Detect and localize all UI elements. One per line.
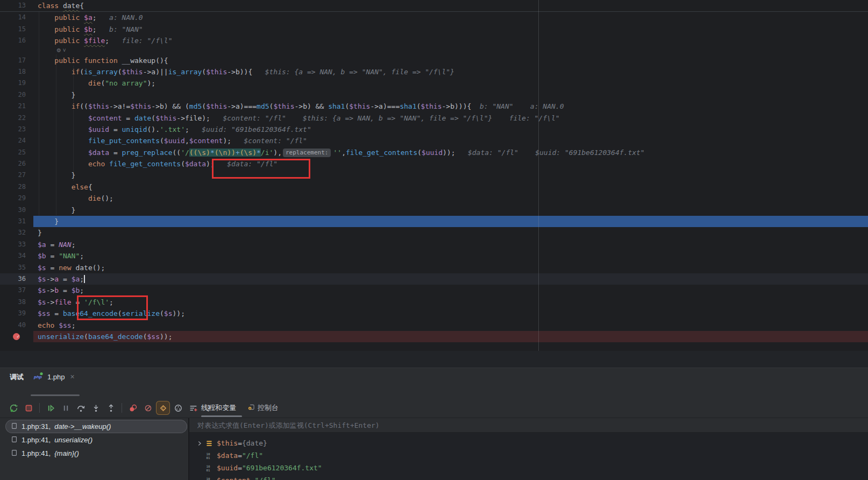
active-tab-underline [31,394,80,396]
frame-function: unserialize() [54,436,93,444]
svg-text:10: 10 [207,453,210,456]
variable-row[interactable]: 1001$data = "/fl" [189,449,868,462]
line-number: 13 [0,0,26,11]
object-variable-icon [205,440,214,447]
code-line-36[interactable]: 36$s->a = $a; [0,273,868,285]
toolbar-separator [39,403,40,413]
right-margin-guide [538,0,539,351]
primitive-variable-icon: 1001 [205,477,214,480]
code-line-18[interactable]: 18 if(is_array($this->a)||is_array($this… [0,66,868,77]
watch-expression-bar [189,418,868,433]
frame-location: 1.php:31, [22,422,51,430]
line-number: 29 [0,193,26,204]
code-line-32[interactable]: 32} [0,227,868,238]
code-line-41[interactable]: ✓unserialize(base64_decode($ss)); [0,331,868,342]
line-number: 35 [0,262,26,273]
code-line-30[interactable]: 30 } [0,204,868,216]
line-number: 17 [0,55,26,66]
mute-breakpoints-button[interactable] [141,401,155,415]
line-number: 37 [0,285,26,296]
code-line-26[interactable]: 26 echo file_get_contents($data); $data:… [0,158,868,170]
variable-name: $this [217,439,238,447]
new-watch-button[interactable] [186,401,200,415]
console-icon [248,404,255,412]
svg-text:C: C [162,406,164,410]
code-line-17[interactable]: 17 public function __wakeup(){ [0,55,868,66]
watch-expression-input[interactable] [196,421,843,430]
code-line-29[interactable]: 29 die(); [0,193,868,204]
code-line-22[interactable]: 22 $content = date($this->file); $conten… [0,112,868,124]
tab-threads-variables[interactable]: 线程和变量 [201,403,236,413]
debug-toolbar: C [6,398,215,418]
code-line-20[interactable]: 20 } [0,89,868,101]
expand-chevron-icon[interactable] [196,440,205,447]
frame-row[interactable]: 1.php:41, unserialize() [5,433,187,447]
svg-text:10: 10 [207,477,210,480]
file-icon [11,436,18,444]
toolbar-separator [122,403,122,413]
file-icon [11,422,18,431]
evaluate-expression-button[interactable] [171,401,185,415]
code-line-23[interactable]: 23 $uuid = uniqid().'.txt'; $uuid: "691b… [0,124,868,135]
file-icon [11,449,18,458]
code-line-34[interactable]: 34$b = "NAN"; [0,250,868,262]
generate-inlay-icon[interactable]: ⚙ ˅ [56,47,66,55]
step-out-button[interactable] [104,401,118,415]
primitive-variable-icon: 1001 [205,452,214,460]
breakpoint-verified-check: ✓ [17,331,19,342]
code-line-31[interactable]: 31 } [0,216,868,227]
primitive-variable-icon: 1001 [205,464,214,472]
line-number: 31 [0,216,26,227]
frame-function: date->__wakeup() [54,422,111,430]
debug-session-tab[interactable]: php 1.php × [33,370,75,383]
code-line-14[interactable]: 14 public $a; a: NAN.0 [0,12,868,23]
tab-console[interactable]: 控制台 [248,403,279,413]
frame-row[interactable]: 1.php:31, date->__wakeup() [5,420,187,433]
frame-location: 1.php:41, [22,449,51,457]
code-lines: 13class date{14 public $a; a: NAN.015 pu… [0,0,868,342]
pause-button[interactable] [59,401,73,415]
view-breakpoints-button[interactable] [126,401,140,415]
line-number: 27 [0,170,26,181]
variable-value: "691be6120364f.txt" [242,464,322,472]
close-icon[interactable]: × [70,372,75,381]
code-line-16[interactable]: 16 public $file; file: "/f\l" [0,35,868,46]
variable-row[interactable]: $this = {date} [189,437,868,449]
frame-row[interactable]: 1.php:41, {main}() [5,447,187,460]
stop-button[interactable] [22,401,35,415]
code-line-24[interactable]: 24 file_put_contents($uuid,$content); $c… [0,135,868,146]
code-line-28[interactable]: 28 else{ [0,181,868,193]
svg-text:01: 01 [207,468,210,471]
code-line-33[interactable]: 33$a = NAN; [0,239,868,250]
debug-view-tabs: 线程和变量 控制台 [201,398,279,418]
code-line-19[interactable]: 19 die("no array"); [0,77,868,89]
break-at-first-line-toggle[interactable]: C [156,401,170,415]
code-line-40[interactable]: 40echo $ss; [0,320,868,331]
rerun-debug-button[interactable] [6,401,20,415]
svg-text:php: php [33,375,42,379]
line-number: 14 [0,12,26,23]
step-into-button[interactable] [89,401,103,415]
variable-row[interactable]: 1001$content = "/fl" [189,474,868,480]
code-line-21[interactable]: 21 if(($this->a!=$this->b) && (md5($this… [0,101,868,112]
code-line-15[interactable]: 15 public $b; b: "NAN" [0,24,868,35]
editor-panel-gap [0,351,868,368]
variable-row[interactable]: 1001$uuid = "691be6120364f.txt" [189,462,868,474]
line-number: 39 [0,308,26,319]
frame-function: {main}() [54,449,79,457]
variables-tree: $this = {date}1001$data = "/fl"1001$uuid… [189,437,868,480]
code-line-25[interactable]: 25 $data = preg_replace(('/((\s)*(\n))+(… [0,147,868,158]
resume-button[interactable] [44,401,58,415]
code-line-35[interactable]: 35$s = new date(); [0,262,868,273]
line-number: 16 [0,35,26,46]
line-number: 18 [0,66,26,77]
code-line-37[interactable]: 37$s->b = $b; [0,285,868,296]
frame-location: 1.php:41, [22,436,51,444]
annotation-rect-data-hint [212,159,310,179]
code-line-13[interactable]: 13class date{ [0,0,868,12]
equals-sign: = [238,439,242,447]
variable-value: "/fl" [254,476,275,480]
step-over-button[interactable] [74,401,88,415]
equals-sign: = [238,451,242,460]
code-line-27[interactable]: 27 } [0,170,868,181]
